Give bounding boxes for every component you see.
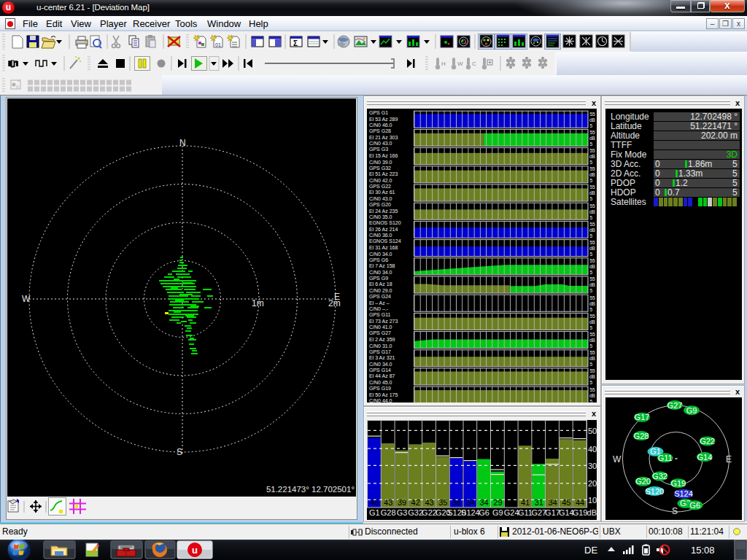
svg-text:G32: G32 bbox=[408, 508, 423, 517]
svg-text:GPS G19: GPS G19 bbox=[369, 386, 391, 391]
svg-text:55: 55 bbox=[590, 222, 596, 227]
svg-text:El 3 Az 321: El 3 Az 321 bbox=[369, 355, 395, 360]
svg-text:31: 31 bbox=[535, 498, 543, 507]
svg-text:C/N0 41.0: C/N0 41.0 bbox=[369, 324, 392, 330]
svg-text:35: 35 bbox=[438, 498, 447, 507]
svg-text:G32: G32 bbox=[652, 472, 667, 481]
svg-text:E: E bbox=[726, 454, 732, 464]
svg-text:S124: S124 bbox=[674, 489, 693, 498]
svg-text:1m: 1m bbox=[252, 298, 264, 308]
svg-text:o: o bbox=[16, 84, 19, 89]
svg-text:dB: dB bbox=[589, 301, 595, 306]
svg-text:C/N0 34.0: C/N0 34.0 bbox=[369, 270, 392, 275]
svg-text:15:08: 15:08 bbox=[691, 545, 715, 556]
svg-text:El 51 Az 223: El 51 Az 223 bbox=[369, 171, 398, 176]
svg-text:C/N0 44.0: C/N0 44.0 bbox=[369, 398, 392, 402]
svg-text:GPS G11: GPS G11 bbox=[369, 312, 391, 317]
svg-text:dB: dB bbox=[587, 508, 597, 517]
svg-text:G11: G11 bbox=[518, 508, 533, 517]
svg-text:5: 5 bbox=[590, 380, 593, 385]
svg-text:GPS G27: GPS G27 bbox=[369, 330, 391, 335]
svg-text:36: 36 bbox=[452, 498, 461, 507]
svg-text:5: 5 bbox=[590, 160, 593, 165]
svg-text:5: 5 bbox=[590, 123, 593, 128]
svg-text:G24: G24 bbox=[504, 508, 519, 517]
svg-text:El 44 Az 87: El 44 Az 87 bbox=[369, 373, 395, 378]
svg-text:G6: G6 bbox=[689, 501, 700, 510]
svg-text:G9: G9 bbox=[492, 508, 503, 517]
svg-text:EGNOS S124: EGNOS S124 bbox=[369, 238, 401, 244]
svg-text:55: 55 bbox=[590, 314, 596, 319]
svg-text:El 31 Az 168: El 31 Az 168 bbox=[369, 245, 398, 250]
svg-text:El – Az –: El – Az – bbox=[369, 300, 390, 306]
svg-text:dB: dB bbox=[589, 190, 595, 195]
svg-text:dB: dB bbox=[589, 154, 595, 159]
svg-text:El 7 Az 158: El 7 Az 158 bbox=[369, 263, 395, 268]
svg-text:GPS G28: GPS G28 bbox=[369, 128, 391, 133]
svg-text:01: 01 bbox=[215, 42, 221, 47]
svg-text:55: 55 bbox=[590, 387, 596, 392]
svg-text:C/N0 29.0: C/N0 29.0 bbox=[369, 288, 392, 293]
svg-text:44: 44 bbox=[576, 498, 584, 507]
svg-text:43: 43 bbox=[384, 498, 392, 507]
svg-text:41: 41 bbox=[521, 498, 530, 507]
svg-text:GPS G24: GPS G24 bbox=[369, 294, 391, 299]
svg-text:S120: S120 bbox=[645, 487, 664, 496]
svg-text:55: 55 bbox=[590, 184, 596, 190]
svg-text:dB: dB bbox=[589, 117, 595, 122]
svg-text:5: 5 bbox=[590, 307, 593, 312]
svg-text:55: 55 bbox=[590, 112, 596, 117]
svg-text:El 21 Az 303: El 21 Az 303 bbox=[369, 135, 398, 140]
svg-text:55: 55 bbox=[590, 240, 596, 245]
svg-text:39: 39 bbox=[398, 498, 406, 507]
svg-text:GPS G3: GPS G3 bbox=[369, 147, 388, 152]
svg-text:5: 5 bbox=[590, 233, 593, 238]
svg-text:GPS G20: GPS G20 bbox=[369, 202, 391, 207]
svg-text:C/N0 43.0: C/N0 43.0 bbox=[369, 196, 392, 201]
svg-text:dB: dB bbox=[589, 209, 595, 214]
svg-text:DE: DE bbox=[584, 545, 597, 556]
svg-text:46: 46 bbox=[370, 498, 379, 507]
svg-text:55: 55 bbox=[590, 258, 596, 263]
svg-text:45: 45 bbox=[562, 498, 570, 507]
svg-text:G14: G14 bbox=[697, 453, 713, 462]
svg-text:dB: dB bbox=[589, 338, 595, 343]
svg-text:El 26 Az 214: El 26 Az 214 bbox=[369, 227, 398, 232]
svg-text:5: 5 bbox=[590, 362, 593, 367]
svg-text:34: 34 bbox=[466, 498, 475, 507]
svg-text:G6: G6 bbox=[479, 508, 489, 517]
svg-text:G28: G28 bbox=[381, 508, 396, 517]
svg-text:dB: dB bbox=[589, 228, 595, 233]
svg-text:55: 55 bbox=[590, 203, 596, 209]
svg-text:G19: G19 bbox=[573, 508, 588, 517]
svg-text:30: 30 bbox=[588, 462, 597, 470]
svg-text:dB: dB bbox=[589, 356, 595, 361]
svg-text:51.221473° 12.702501°: 51.221473° 12.702501° bbox=[266, 485, 355, 494]
svg-text:dB: dB bbox=[589, 264, 595, 269]
svg-text:EGNOS S120: EGNOS S120 bbox=[369, 220, 401, 225]
svg-text:El 30 Az 61: El 30 Az 61 bbox=[369, 190, 395, 195]
svg-text:C/N0 43.0: C/N0 43.0 bbox=[369, 141, 392, 146]
svg-text:55: 55 bbox=[590, 148, 596, 153]
svg-text:GPS G9: GPS G9 bbox=[369, 276, 388, 281]
svg-text:El 6 Az 18: El 6 Az 18 bbox=[369, 281, 392, 287]
svg-text:El 2 Az 359: El 2 Az 359 bbox=[369, 337, 395, 342]
svg-text:C/N0 34.0: C/N0 34.0 bbox=[369, 362, 392, 367]
svg-text:S124: S124 bbox=[461, 508, 480, 517]
svg-text:W: W bbox=[22, 294, 31, 304]
svg-text:G27: G27 bbox=[667, 401, 683, 410]
svg-text:55: 55 bbox=[590, 130, 596, 135]
svg-text:G22: G22 bbox=[422, 508, 437, 517]
svg-text:C: C bbox=[472, 61, 476, 67]
svg-text:dB: dB bbox=[589, 282, 595, 287]
svg-text:dB: dB bbox=[589, 172, 595, 177]
svg-text:43: 43 bbox=[425, 498, 433, 507]
svg-text:C/N0 45.0: C/N0 45.0 bbox=[369, 380, 392, 385]
svg-text:dB: dB bbox=[589, 319, 595, 324]
svg-text:GPS G17: GPS G17 bbox=[369, 349, 391, 354]
svg-text:C/N0 36.0: C/N0 36.0 bbox=[369, 233, 392, 238]
svg-text:C/N0 –.-: C/N0 –.- bbox=[369, 306, 389, 311]
svg-text:S: S bbox=[177, 447, 182, 457]
svg-text:GPS G6: GPS G6 bbox=[369, 257, 388, 262]
svg-text:GPS G32: GPS G32 bbox=[369, 166, 391, 171]
